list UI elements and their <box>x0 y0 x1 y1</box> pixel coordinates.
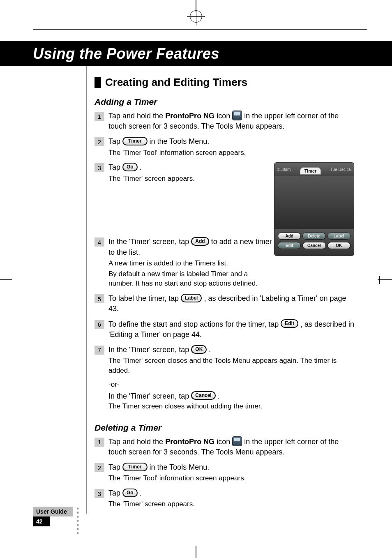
device-list-area <box>274 176 354 229</box>
or-result: The Timer screen closes without adding t… <box>108 401 357 411</box>
text: In the 'Timer' screen, tap <box>108 392 191 400</box>
or-branch: In the 'Timer' screen, tap Cancel . The … <box>108 391 357 411</box>
step-2: 2 Tap Timer in the Tools Menu. The 'Time… <box>95 462 357 483</box>
step-1: 1 Tap and hold the ProntoPro NG icon in … <box>95 437 357 457</box>
text: in the Tools Menu. <box>150 137 210 145</box>
step-result: The 'Timer' screen appears. <box>108 499 357 509</box>
text: Tap and hold the <box>108 438 165 446</box>
label-button-graphic: Label <box>181 294 202 302</box>
step-7: 7 In the 'Timer' screen, tap OK . The 'T… <box>95 345 357 376</box>
status-time: 1:38am <box>277 167 291 172</box>
step-3: 3 Tap Go . The 'Timer' screen appears. <box>95 488 357 509</box>
crop-mark <box>378 279 392 280</box>
step-result: The 'Timer Tool' information screen appe… <box>108 148 357 158</box>
step-number: 2 <box>95 463 104 472</box>
device-edit-button: Edit <box>278 242 301 249</box>
step-6: 6 To define the start and stop actions f… <box>95 319 357 340</box>
text: The Tools Menu appears. <box>199 448 284 456</box>
edit-button-graphic: Edit <box>281 319 298 328</box>
product-name: ProntoPro NG <box>165 438 214 446</box>
step-number: 5 <box>95 294 104 303</box>
text: . <box>140 163 142 171</box>
prontopro-icon <box>232 111 242 120</box>
device-delete-button: Delete <box>302 233 325 240</box>
section-heading-row: Creating and Editing Timers <box>95 76 357 89</box>
add-button-graphic: Add <box>191 237 209 246</box>
step-number: 3 <box>95 163 104 172</box>
device-row: Edit Cancel OK <box>277 242 351 249</box>
device-ok-button: OK <box>327 242 350 249</box>
vertical-rule <box>86 66 87 514</box>
subsection-title-adding: Adding a Timer <box>95 97 357 107</box>
text: Tap and hold the <box>108 112 165 120</box>
step-1: 1 Tap and hold the ProntoPro NG icon in … <box>95 111 357 131</box>
text: To label the timer, tap <box>108 294 181 302</box>
text: Tap <box>108 489 122 497</box>
step-number: 1 <box>95 112 104 121</box>
crop-mark <box>0 279 12 280</box>
text: in the Tools Menu. <box>150 463 210 471</box>
heading-marker-icon <box>95 77 101 88</box>
product-name: ProntoPro NG <box>165 112 214 120</box>
step-number: 7 <box>95 346 104 355</box>
timer-button-graphic: Timer <box>122 137 147 145</box>
text: The Tools Menu appears. <box>199 122 284 130</box>
text: Tap <box>108 137 122 145</box>
text: In the 'Timer' screen, tap <box>108 346 191 354</box>
status-date: Tue Dec 16 <box>330 167 351 172</box>
text: Tap <box>108 163 122 171</box>
step-number: 3 <box>95 489 104 498</box>
text: . <box>140 489 142 497</box>
text: icon <box>214 438 232 446</box>
step-2: 2 Tap Timer in the Tools Menu. The 'Time… <box>95 136 357 157</box>
prontopro-icon <box>232 436 242 446</box>
step-result: A new timer is added to the Timers list. <box>108 258 273 268</box>
chapter-banner: Using the Power Features <box>0 41 392 66</box>
step-result: By default a new timer is labeled Timer … <box>108 269 273 289</box>
registration-mark <box>190 10 202 23</box>
text: icon <box>214 112 232 120</box>
crop-mark <box>196 546 196 558</box>
text: . <box>218 392 220 400</box>
content-column: Creating and Editing Timers Adding a Tim… <box>95 76 357 514</box>
step-number: 6 <box>95 320 104 329</box>
text: . <box>209 346 211 354</box>
device-add-button: Add <box>278 233 301 240</box>
section-heading: Creating and Editing Timers <box>105 76 247 89</box>
step-5: 5 To label the timer, tap Label , as des… <box>95 293 357 314</box>
step-number: 2 <box>95 137 104 146</box>
page-number: 42 <box>33 516 50 526</box>
rule-line <box>33 29 367 30</box>
footer: User Guide 42 <box>33 507 73 526</box>
user-guide-label: User Guide <box>33 507 73 516</box>
subsection-title-deleting: Deleting a Timer <box>95 423 357 433</box>
or-separator: -or- <box>108 380 357 389</box>
step-number: 4 <box>95 237 104 247</box>
dotted-rule-icon: ••••••• <box>76 507 79 535</box>
timer-screen-illustration: 1:38am Timer Tue Dec 16 Add Delete Label… <box>274 162 354 256</box>
text: Tap <box>108 463 122 471</box>
device-row: Add Delete Label <box>277 233 351 240</box>
timer-button-graphic: Timer <box>122 463 147 471</box>
step-result: The 'Timer' screen closes and the Tools … <box>108 356 357 376</box>
device-label-button: Label <box>327 233 350 240</box>
cancel-button-graphic: Cancel <box>191 391 215 400</box>
device-cancel-button: Cancel <box>302 242 325 249</box>
text: In the 'Timer' screen, tap <box>108 237 191 246</box>
device-statusbar: 1:38am Timer Tue Dec 16 <box>274 162 354 176</box>
ok-button-graphic: OK <box>191 345 207 354</box>
deleting-steps: 1 Tap and hold the ProntoPro NG icon in … <box>95 437 357 509</box>
go-button-graphic: Go <box>122 163 138 171</box>
text: To define the start and stop actions for… <box>108 320 281 328</box>
page: Using the Power Features Creating and Ed… <box>0 0 392 558</box>
chapter-title: Using the Power Features <box>0 41 392 62</box>
device-tab: Timer <box>300 167 321 175</box>
device-button-bar: Add Delete Label Edit Cancel OK <box>274 229 354 256</box>
go-button-graphic: Go <box>122 489 138 497</box>
step-number: 1 <box>95 438 104 447</box>
step-result: The 'Timer Tool' information screen appe… <box>108 473 357 483</box>
